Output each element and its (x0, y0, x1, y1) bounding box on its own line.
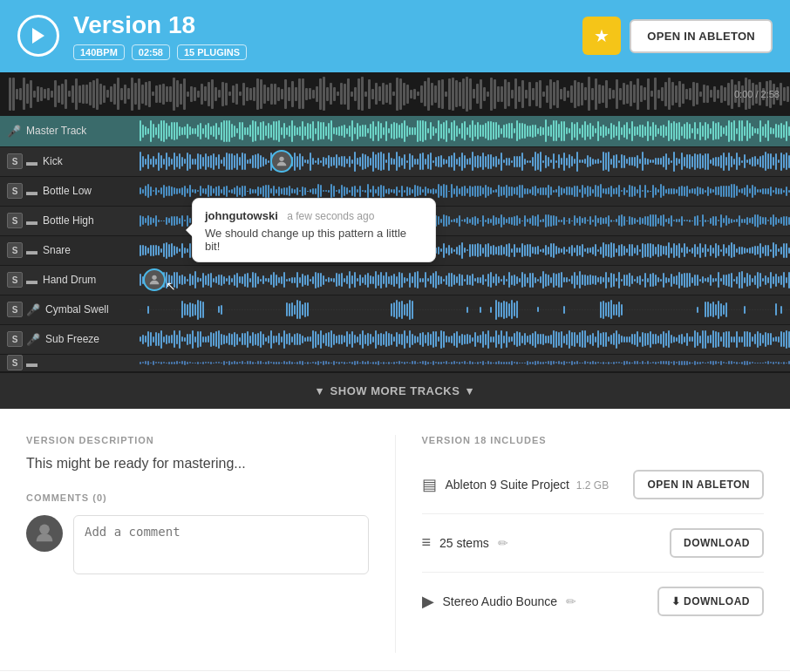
waveform-bars-hand-drum (140, 266, 790, 295)
ableton-icon: ▤ (422, 475, 437, 494)
version-title: Version 18 (73, 12, 569, 39)
track-waveform-cymbal-swell[interactable] (140, 295, 790, 324)
solo-btn-snare[interactable]: S (7, 242, 23, 258)
waveform-bars-partial (140, 355, 790, 371)
svg-point-0 (279, 157, 283, 161)
edit-stems-icon[interactable]: ✏ (498, 536, 508, 550)
mic-icon-cymbal-swell: 🎤 (26, 303, 40, 316)
download-icon-audio: ⬇ (671, 595, 684, 608)
bottom-section: VERSION DESCRIPTION This might be ready … (0, 409, 790, 670)
solo-btn-kick[interactable]: S (7, 153, 23, 169)
mic-icon-master: 🎤 (7, 125, 21, 138)
ableton-project-size: 1.2 GB (576, 479, 609, 492)
includes-item-ableton: ▤ Ableton 9 Suite Project 1.2 GB OPEN IN… (422, 456, 765, 514)
track-waveform-partial (140, 355, 790, 371)
track-controls-cymbal-swell: S 🎤 Cymbal Swell (0, 302, 140, 317)
comment-input[interactable] (73, 515, 369, 574)
waveform-overview[interactable]: 0:00 / 2:58 (0, 72, 790, 116)
mic-icon-sub-freeze: 🎤 (26, 333, 40, 346)
stems-name: 25 stems (439, 536, 489, 550)
show-more-row[interactable]: ▾ SHOW MORE TRACKS ▾ (0, 372, 790, 409)
duration-badge: 02:58 (132, 44, 170, 60)
track-waveform-master[interactable] (140, 116, 790, 146)
track-name-master: Master Track (26, 125, 86, 137)
solo-btn-cymbal-swell[interactable]: S (7, 302, 23, 317)
bars-icon-bottle-high: ▬ (26, 214, 37, 227)
bars-icon-partial: ▬ (26, 356, 37, 370)
comment-author: johngutowski (205, 209, 278, 222)
track-row-kick: S ▬ Kick (0, 147, 790, 177)
star-button[interactable]: ★ (582, 17, 621, 55)
bars-icon-snare: ▬ (26, 244, 37, 257)
plugins-badge: 15 PLUGINS (177, 44, 247, 60)
solo-btn-hand-drum[interactable]: S (7, 272, 23, 288)
show-more-label: SHOW MORE TRACKS (330, 384, 460, 397)
open-ableton-includes-button[interactable]: OPEN IN ABLETON (633, 470, 764, 499)
track-controls-bottle-low: S ▬ Bottle Low (0, 183, 140, 199)
track-name-sub-freeze: Sub Freeze (45, 333, 99, 345)
solo-btn-partial[interactable]: S (7, 355, 23, 370)
track-waveform-kick[interactable] (140, 147, 790, 176)
header-info: Version 18 140BPM 02:58 15 PLUGINS (73, 12, 569, 60)
svg-point-2 (39, 524, 50, 534)
track-controls-snare: S ▬ Snare (0, 242, 140, 258)
track-waveform-sub-freeze[interactable] (140, 325, 790, 354)
solo-btn-bottle-low[interactable]: S (7, 183, 23, 199)
chevron-down-icon-left: ▾ (317, 384, 323, 397)
track-controls-hand-drum: S ▬ Hand Drum (0, 272, 140, 288)
header-badges: 140BPM 02:58 15 PLUGINS (73, 44, 569, 60)
track-name-kick: Kick (43, 155, 63, 167)
track-name-hand-drum: Hand Drum (43, 274, 96, 286)
comment-text: We should change up this pattern a littl… (205, 227, 423, 253)
stems-icon: ≡ (422, 533, 432, 552)
includes-item-audio: ▶ Stereo Audio Bounce ✏ ⬇ DOWNLOAD (422, 573, 765, 630)
track-row-master: 🎤 Master Track (0, 116, 790, 147)
comment-time: a few seconds ago (287, 210, 374, 222)
edit-audio-icon[interactable]: ✏ (566, 594, 576, 608)
comment-tooltip: johngutowski a few seconds ago We should… (192, 198, 436, 262)
open-ableton-header-button[interactable]: OPEN IN ABLETON (630, 19, 773, 53)
track-controls-kick: S ▬ Kick (0, 153, 140, 169)
chevron-down-icon-right: ▾ (467, 384, 473, 397)
track-row-partial: S ▬ (0, 355, 790, 372)
svg-point-1 (152, 275, 156, 280)
time-label: 0:00 / 2:58 (734, 89, 780, 99)
cursor-icon: ↖ (166, 279, 176, 293)
track-row-sub-freeze: S 🎤 Sub Freeze (0, 325, 790, 355)
bottom-left: VERSION DESCRIPTION This might be ready … (26, 435, 396, 653)
version-description-label: VERSION DESCRIPTION (26, 435, 369, 445)
waveform-overview-bars (9, 72, 790, 116)
includes-label: VERSION 18 INCLUDES (422, 435, 765, 445)
track-name-bottle-low: Bottle Low (43, 185, 92, 197)
solo-btn-bottle-high[interactable]: S (7, 213, 23, 228)
user-avatar (26, 515, 63, 552)
download-audio-button[interactable]: ⬇ DOWNLOAD (657, 587, 764, 616)
download-stems-button[interactable]: DOWNLOAD (670, 528, 764, 558)
bpm-badge: 140BPM (73, 44, 125, 60)
track-controls-partial: S ▬ (0, 355, 140, 370)
waveform-bars-kick (140, 147, 790, 176)
header: Version 18 140BPM 02:58 15 PLUGINS ★ OPE… (0, 0, 790, 72)
track-controls-bottle-high: S ▬ Bottle High (0, 213, 140, 228)
waveform-bars-sub-freeze (140, 325, 790, 354)
bottom-right: VERSION 18 INCLUDES ▤ Ableton 9 Suite Pr… (396, 435, 765, 653)
ableton-project-name: Ableton 9 Suite Project (446, 478, 569, 492)
track-waveform-hand-drum[interactable]: ↖ (140, 266, 790, 295)
comment-tooltip-header: johngutowski a few seconds ago (205, 207, 423, 223)
includes-name-audio: Stereo Audio Bounce ✏ (443, 594, 649, 608)
track-controls-sub-freeze: S 🎤 Sub Freeze (0, 331, 140, 347)
bars-icon-hand-drum: ▬ (26, 274, 37, 287)
waveform-bars-cymbal-swell (140, 295, 790, 324)
play-button[interactable] (17, 15, 59, 57)
track-name-snare: Snare (43, 244, 71, 256)
header-actions: ★ OPEN IN ABLETON (582, 17, 773, 55)
track-row-cymbal-swell: S 🎤 Cymbal Swell (0, 295, 790, 325)
comment-input-row (26, 515, 369, 574)
solo-btn-sub-freeze[interactable]: S (7, 331, 23, 347)
waveform-bars-master (140, 116, 790, 146)
includes-name-stems: 25 stems ✏ (439, 536, 661, 550)
audio-icon: ▶ (422, 592, 434, 611)
track-name-bottle-high: Bottle High (43, 214, 94, 227)
track-controls-master: 🎤 Master Track (0, 125, 140, 138)
comments-label: COMMENTS (0) (26, 492, 369, 503)
